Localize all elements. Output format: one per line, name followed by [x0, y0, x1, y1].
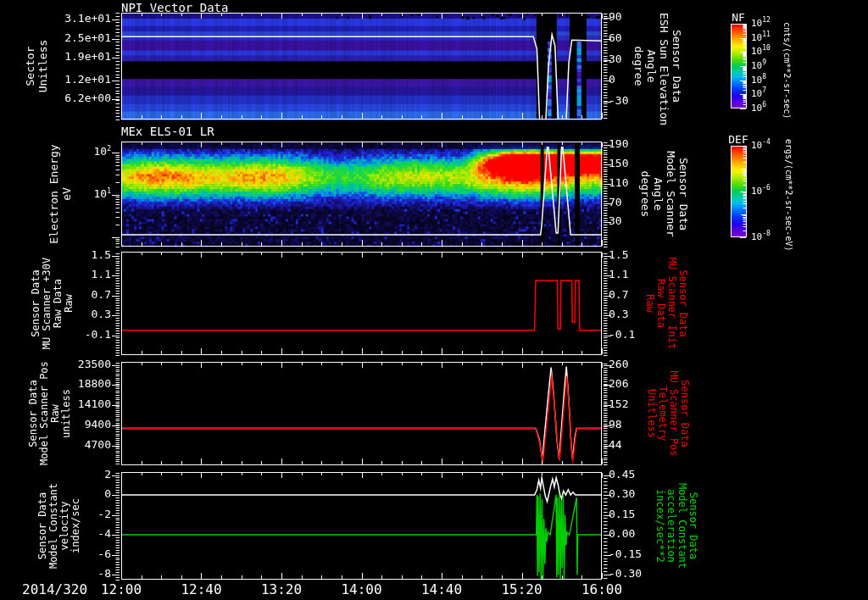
- npi-vector-right-tick-label: -30: [609, 94, 628, 107]
- mex-els-left-axis-label-line: eV: [60, 142, 73, 247]
- model-constant-right-axis-label-line: incex/sec**2: [654, 472, 665, 580]
- x-tick-label: 16:00: [568, 581, 636, 597]
- npi-vector-left-axis-label-line: Unitless: [36, 13, 49, 119]
- model-scanner-pos-right-tick-label: 152: [609, 397, 628, 410]
- npi-vector-right-tick-label: 0: [609, 73, 615, 86]
- nf-colorbar-tick-label: 108: [751, 75, 766, 86]
- npi-vector-right-tick-label: 30: [609, 53, 622, 65]
- model-scanner-pos-left-axis-label: Sensor DataModel Scanner PosRawunitless: [28, 362, 72, 465]
- x-tick-label: 12:40: [168, 581, 236, 597]
- def-colorbar-tick-label: 10-6: [751, 186, 771, 197]
- panel-title-els: MEx ELS-01 LR: [121, 125, 214, 138]
- labels-layer: NPI Vector Data MEx ELS-01 LR 2014/320 N…: [0, 0, 868, 600]
- model-scanner-pos-right-tick-label: 44: [609, 438, 622, 451]
- model-constant-right-tick-label: 0.30: [609, 487, 635, 500]
- model-constant-right-tick-label: 0.15: [609, 508, 635, 520]
- def-colorbar-units: ergs/(cm**2-sr-sec-eV): [784, 139, 793, 249]
- npi-vector-left-axis-label: SectorUnitless: [24, 13, 49, 119]
- mex-els-right-axis-label: Sensor DataModel ScannerAngledegrees: [639, 142, 690, 247]
- mu-scanner-30v-right-tick-label: 1.1: [609, 268, 628, 281]
- npi-vector-right-axis-label-line: degree: [632, 13, 645, 119]
- model-scanner-pos-right-axis-label-line: MU Scanner Pos: [668, 362, 679, 465]
- model-constant-right-tick-label: -0.30: [609, 567, 642, 580]
- nf-colorbar-tick-label: 109: [751, 60, 766, 71]
- date-label: 2014/320: [22, 581, 87, 597]
- mu-scanner-30v-right-tick-label: 1.5: [609, 248, 628, 261]
- mex-els-right-axis-label-line: degrees: [639, 142, 652, 247]
- mu-scanner-30v-left-axis-label: Sensor DataMU Scanner +30VRaw DataRaw: [31, 252, 75, 355]
- mex-els-right-axis-label-line: Sensor Data: [677, 142, 690, 247]
- mu-scanner-30v-right-tick-label: 0.7: [609, 288, 628, 301]
- mu-scanner-30v-right-axis-label-line: Raw Data: [655, 252, 666, 355]
- model-scanner-pos-right-axis-label-line: Sensor Data: [679, 362, 690, 465]
- mex-els-right-axis-label-line: Angle: [652, 142, 665, 247]
- nf-colorbar-tick-label: 1011: [751, 32, 771, 43]
- mu-scanner-30v-right-axis-label-line: Sensor Data: [677, 252, 688, 355]
- nf-colorbar-units: cnts/(cm**2-sr-sec): [782, 22, 792, 110]
- mu-scanner-30v-right-tick-label: 0.3: [609, 308, 628, 320]
- x-tick-label: 12:00: [87, 581, 155, 597]
- npi-vector-right-axis-label-line: ESH Sun Elevation: [658, 13, 670, 119]
- model-constant-right-axis-label-line: Sensor Data: [687, 472, 698, 580]
- model-scanner-pos-right-axis-label: Sensor DataMU Scanner PosTelemetryUnitle…: [646, 362, 690, 465]
- mu-scanner-30v-right-axis-label-line: Raw: [644, 252, 655, 355]
- model-constant-left-axis-label-line: index/sec: [70, 472, 81, 580]
- npi-vector-right-axis-label-line: Angle: [645, 13, 658, 119]
- npi-vector-right-tick-label: 90: [609, 10, 622, 23]
- model-scanner-pos-right-tick-label: 260: [609, 358, 628, 370]
- x-tick-label: 14:40: [408, 581, 476, 597]
- model-scanner-pos-left-axis-label-line: unitless: [61, 362, 72, 465]
- x-tick-label: 14:00: [328, 581, 396, 597]
- npi-vector-right-axis-label: Sensor DataESH Sun ElevationAngledegree: [632, 13, 683, 119]
- mex-els-left-axis-label: Electron EnergyeV: [47, 142, 73, 247]
- mu-scanner-30v-right-tick-label: -0.1: [609, 328, 635, 341]
- npi-vector-left-axis-label-line: Sector: [24, 13, 36, 119]
- model-constant-right-tick-label: 0.00: [609, 527, 635, 540]
- mex-els-right-axis-label-line: Model Scanner: [665, 142, 677, 247]
- model-constant-right-axis-label: Sensor DataModel Constantaccelerationinc…: [654, 472, 698, 580]
- model-scanner-pos-right-axis-label-line: Unitless: [646, 362, 657, 465]
- def-colorbar-tick-label: 10-4: [751, 140, 771, 151]
- model-constant-right-axis-label-line: Model Constant: [676, 472, 687, 580]
- mex-els-right-tick-label: 110: [609, 176, 628, 189]
- panel-title-npi: NPI Vector Data: [121, 1, 228, 14]
- mu-scanner-30v-right-axis-label: Sensor DataMU Scanner InitRaw DataRaw: [644, 252, 688, 355]
- model-scanner-pos-right-tick-label: 98: [609, 418, 622, 431]
- plot-screen: NPI Vector Data MEx ELS-01 LR 2014/320 N…: [0, 0, 868, 600]
- nf-colorbar-tick-label: 1010: [751, 46, 771, 57]
- mex-els-right-tick-label: 30: [609, 214, 622, 227]
- nf-colorbar-tick-label: 107: [751, 88, 766, 99]
- model-constant-left-axis-label: Sensor DataModel Constantvelocityindex/s…: [37, 472, 81, 580]
- mu-scanner-30v-left-axis-label-line: Raw: [64, 252, 75, 355]
- npi-vector-right-tick-label: 60: [609, 31, 622, 44]
- x-tick-label: 15:20: [488, 581, 556, 597]
- model-constant-right-tick-label: 0.45: [609, 468, 635, 481]
- model-constant-right-axis-label-line: acceleration: [665, 472, 676, 580]
- nf-colorbar-tick-label: 106: [751, 103, 766, 114]
- mex-els-left-axis-label-line: Electron Energy: [47, 142, 60, 247]
- mu-scanner-30v-right-axis-label-line: MU Scanner Init: [666, 252, 677, 355]
- nf-colorbar-title: NF: [726, 11, 751, 24]
- model-scanner-pos-right-axis-label-line: Telemetry: [657, 362, 668, 465]
- mex-els-right-tick-label: 190: [609, 137, 628, 150]
- x-tick-label: 13:20: [248, 581, 315, 597]
- nf-colorbar-tick-label: 1012: [751, 18, 771, 29]
- mex-els-right-tick-label: 150: [609, 157, 628, 169]
- def-colorbar-tick-label: 10-8: [751, 231, 771, 242]
- model-scanner-pos-right-tick-label: 206: [609, 377, 628, 390]
- def-colorbar-title: DEF: [724, 133, 753, 146]
- mex-els-right-tick-label: 70: [609, 196, 622, 208]
- model-constant-right-tick-label: -0.15: [609, 547, 642, 560]
- npi-vector-right-axis-label-line: Sensor Data: [670, 13, 683, 119]
